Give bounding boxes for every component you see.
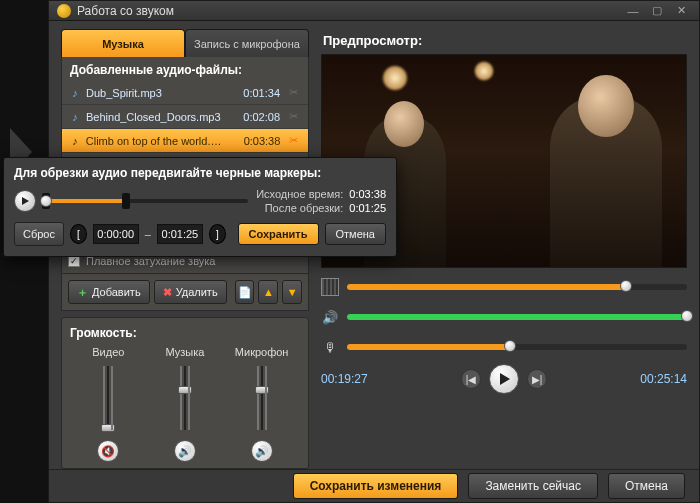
vol-video-label: Видео xyxy=(92,346,124,358)
scissors-icon[interactable]: ✂ xyxy=(284,134,302,147)
add-button[interactable]: ＋Добавить xyxy=(68,280,150,304)
maximize-icon[interactable]: ▢ xyxy=(647,4,667,18)
trim-reset-button[interactable]: Сброс xyxy=(14,222,64,246)
minimize-icon[interactable]: — xyxy=(623,4,643,18)
scissors-icon[interactable]: ✂ xyxy=(284,86,302,99)
trim-play-button[interactable] xyxy=(14,190,36,212)
note-icon: ♪ xyxy=(68,111,82,123)
app-icon xyxy=(57,4,71,18)
move-down-button[interactable]: ▼ xyxy=(282,280,302,304)
vol-mic-label: Микрофон xyxy=(235,346,289,358)
file-name: Behind_Closed_Doors.mp3 xyxy=(86,111,228,123)
trim-to-field[interactable]: 0:01:25 xyxy=(157,224,203,244)
mic-level-row: 🎙 xyxy=(321,336,687,358)
file-name: Climb on top of the world.mp3 xyxy=(86,135,230,147)
audio-level-slider[interactable] xyxy=(347,314,687,320)
file-toolbar: ＋Добавить ✖Удалить 📄 ▲ ▼ xyxy=(61,274,309,311)
volume-panel: Громкость: Видео 🔇 Музыка 🔊 Микрофон xyxy=(61,317,309,469)
prev-button[interactable]: |◀ xyxy=(461,369,481,389)
mute-music-button[interactable]: 🔊 xyxy=(174,440,196,462)
time-current: 00:19:27 xyxy=(321,372,368,386)
footer: Сохранить изменения Заменить сейчас Отме… xyxy=(49,469,699,502)
save-changes-button[interactable]: Сохранить изменения xyxy=(293,473,459,499)
trim-set-start-button[interactable]: [ xyxy=(70,224,87,244)
tabs: Музыка Запись с микрофона xyxy=(61,29,309,57)
delete-button[interactable]: ✖Удалить xyxy=(154,280,227,304)
move-up-button[interactable]: ▲ xyxy=(258,280,278,304)
file-list-header: Добавленные аудио-файлы: xyxy=(62,57,308,81)
preview-header: Предпросмотр: xyxy=(321,29,687,54)
vol-mic-slider[interactable] xyxy=(249,362,275,434)
next-button[interactable]: ▶| xyxy=(527,369,547,389)
file-name: Dub_Spirit.mp3 xyxy=(86,87,228,99)
vol-music-slider[interactable] xyxy=(172,362,198,434)
file-duration: 0:02:08 xyxy=(228,111,280,123)
window-title: Работа со звуком xyxy=(77,4,619,18)
note-icon: ♪ xyxy=(68,135,82,147)
mic-level-slider[interactable] xyxy=(347,344,687,350)
cancel-button[interactable]: Отмена xyxy=(608,473,685,499)
speaker-icon[interactable]: 🔊 xyxy=(321,310,339,325)
trim-title: Для обрезки аудио передвигайте черные ма… xyxy=(14,166,386,180)
trim-info: Исходное время:0:03:38 После обрезки:0:0… xyxy=(256,188,386,214)
mute-mic-button[interactable]: 🔊 xyxy=(251,440,273,462)
trim-marker-end[interactable] xyxy=(122,193,130,209)
trim-range[interactable] xyxy=(44,192,248,210)
file-duration: 0:03:38 xyxy=(229,135,280,147)
trim-playhead[interactable] xyxy=(40,195,52,207)
volume-header: Громкость: xyxy=(70,324,300,346)
doc-button[interactable]: 📄 xyxy=(235,280,255,304)
trim-set-end-button[interactable]: ] xyxy=(209,224,226,244)
note-icon: ♪ xyxy=(68,87,82,99)
file-row[interactable]: ♪ Dub_Spirit.mp3 0:01:34 ✂ xyxy=(62,81,308,105)
seek-row xyxy=(321,276,687,298)
mic-icon[interactable]: 🎙 xyxy=(321,340,339,355)
trim-from-field[interactable]: 0:00:00 xyxy=(93,224,139,244)
filmstrip-icon xyxy=(321,278,339,296)
file-duration: 0:01:34 xyxy=(228,87,280,99)
play-button[interactable] xyxy=(489,364,519,394)
time-total: 00:25:14 xyxy=(640,372,687,386)
replace-now-button[interactable]: Заменить сейчас xyxy=(468,473,598,499)
audio-level-row: 🔊 xyxy=(321,306,687,328)
mute-video-button[interactable]: 🔇 xyxy=(97,440,119,462)
tab-music[interactable]: Музыка xyxy=(61,29,185,57)
file-row[interactable]: ♪ Behind_Closed_Doors.mp3 0:02:08 ✂ xyxy=(62,105,308,129)
trim-popover: Для обрезки аудио передвигайте черные ма… xyxy=(3,157,397,257)
titlebar: Работа со звуком — ▢ ✕ xyxy=(49,1,699,21)
tab-mic[interactable]: Запись с микрофона xyxy=(185,29,309,57)
file-row-selected[interactable]: ♪ Climb on top of the world.mp3 0:03:38 … xyxy=(62,129,308,153)
vol-music-label: Музыка xyxy=(166,346,205,358)
trim-save-button[interactable]: Сохранить xyxy=(238,223,319,245)
seek-slider[interactable] xyxy=(347,284,687,290)
scissors-icon[interactable]: ✂ xyxy=(284,110,302,123)
checkbox-icon[interactable]: ✓ xyxy=(68,255,80,267)
transport: 00:19:27 |◀ ▶| 00:25:14 xyxy=(321,364,687,394)
vol-video-slider[interactable] xyxy=(95,362,121,434)
dash: – xyxy=(145,228,151,240)
close-icon[interactable]: ✕ xyxy=(671,4,691,18)
trim-cancel-button[interactable]: Отмена xyxy=(325,223,386,245)
fade-label: Плавное затухание звука xyxy=(86,255,215,267)
